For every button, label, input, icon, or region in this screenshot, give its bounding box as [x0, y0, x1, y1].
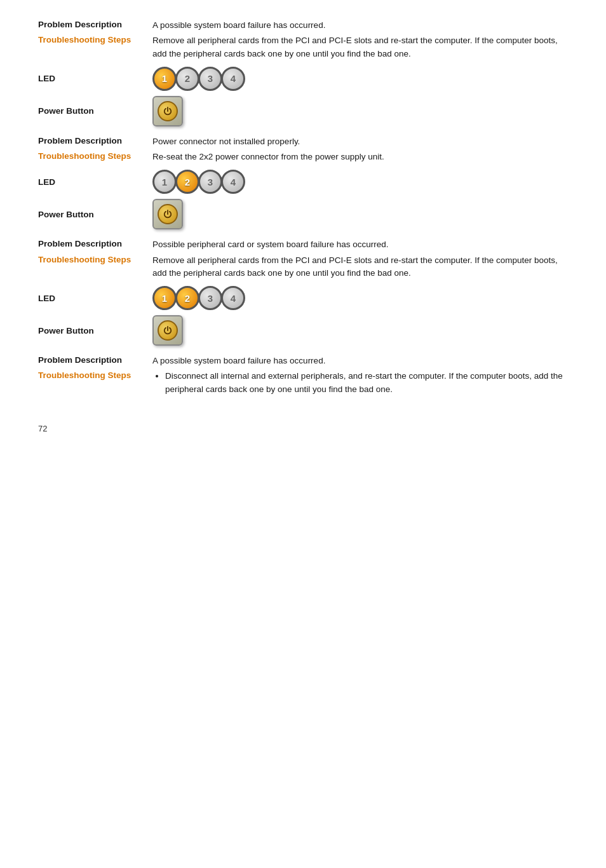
problem-text-4: A possible system board failure has occu… — [152, 355, 568, 367]
power-button-inner-2 — [158, 204, 178, 224]
led-row-2: LED 1 2 3 4 — [38, 170, 568, 194]
led-3-1: 1 — [152, 286, 177, 310]
problem-row-4: Problem Description A possible system bo… — [38, 355, 568, 367]
troubleshooting-label-3: Troubleshooting Steps — [38, 254, 152, 264]
problem-row-1: Problem Description A possible system bo… — [38, 19, 568, 32]
problem-label-2: Problem Description — [38, 135, 152, 146]
troubleshooting-text-2: Re-seat the 2x2 power connector from the… — [152, 151, 568, 163]
power-row-1: Power Button — [38, 96, 568, 126]
troubleshooting-text-3: Remove all peripheral cards from the PCI… — [152, 254, 568, 280]
led-2-3: 3 — [198, 170, 222, 194]
led-3-2: 2 — [175, 286, 199, 310]
led-2-4: 4 — [221, 170, 245, 194]
section-1: Problem Description A possible system bo… — [38, 19, 568, 126]
led-row-3: LED 1 2 3 4 — [38, 286, 568, 310]
power-icon-1 — [162, 105, 173, 117]
led-1-4: 4 — [221, 67, 245, 91]
problem-label-1: Problem Description — [38, 19, 152, 29]
led-1-1: 1 — [152, 67, 177, 91]
troubleshooting-row-3: Troubleshooting Steps Remove all periphe… — [38, 254, 568, 280]
problem-row-2: Problem Description Power connector not … — [38, 135, 568, 148]
troubleshooting-text-1: Remove all peripheral cards from the PCI… — [152, 34, 568, 60]
power-button-2 — [152, 199, 183, 229]
troubleshooting-label-2: Troubleshooting Steps — [38, 151, 152, 161]
troubleshooting-row-1: Troubleshooting Steps Remove all periphe… — [38, 34, 568, 60]
bullet-item-1: Disconnect all internal and external per… — [165, 370, 568, 396]
page-number: 72 — [38, 424, 568, 433]
power-button-1 — [152, 96, 183, 126]
led-1-2: 2 — [175, 67, 199, 91]
section-3: Problem Description Possible peripheral … — [38, 238, 568, 346]
problem-text-1: A possible system board failure has occu… — [152, 19, 568, 32]
problem-text-3: Possible peripheral card or system board… — [152, 238, 568, 251]
led-2-2: 2 — [175, 170, 199, 194]
led-3-4: 4 — [221, 286, 245, 310]
problem-label-4: Problem Description — [38, 355, 152, 365]
led-icons-2: 1 2 3 4 — [152, 170, 244, 194]
power-icon-2 — [162, 208, 173, 220]
troubleshooting-row-2: Troubleshooting Steps Re-seat the 2x2 po… — [38, 151, 568, 163]
section-2: Problem Description Power connector not … — [38, 135, 568, 230]
led-1-3: 3 — [198, 67, 222, 91]
troubleshooting-row-4: Troubleshooting Steps Disconnect all int… — [38, 370, 568, 398]
led-label-1: LED — [38, 74, 152, 83]
section-4: Problem Description A possible system bo… — [38, 355, 568, 398]
led-icons-1: 1 2 3 4 — [152, 67, 244, 91]
problem-label-3: Problem Description — [38, 238, 152, 248]
led-icons-3: 1 2 3 4 — [152, 286, 244, 310]
content-area: Problem Description A possible system bo… — [38, 19, 568, 433]
troubleshooting-bullets-4: Disconnect all internal and external per… — [152, 370, 568, 398]
problem-row-3: Problem Description Possible peripheral … — [38, 238, 568, 251]
problem-text-2: Power connector not installed properly. — [152, 135, 568, 148]
power-label-2: Power Button — [38, 210, 152, 219]
power-label-3: Power Button — [38, 326, 152, 336]
power-button-inner-3 — [158, 320, 178, 341]
led-3-3: 3 — [198, 286, 222, 310]
power-row-2: Power Button — [38, 199, 568, 229]
power-label-1: Power Button — [38, 106, 152, 116]
power-row-3: Power Button — [38, 315, 568, 346]
led-label-3: LED — [38, 294, 152, 303]
power-button-3 — [152, 315, 183, 346]
led-2-1: 1 — [152, 170, 177, 194]
troubleshooting-label-4: Troubleshooting Steps — [38, 370, 152, 380]
troubleshooting-label-1: Troubleshooting Steps — [38, 34, 152, 44]
power-icon-3 — [162, 325, 173, 336]
led-row-1: LED 1 2 3 4 — [38, 67, 568, 91]
led-label-2: LED — [38, 177, 152, 187]
power-button-inner-1 — [158, 101, 178, 121]
